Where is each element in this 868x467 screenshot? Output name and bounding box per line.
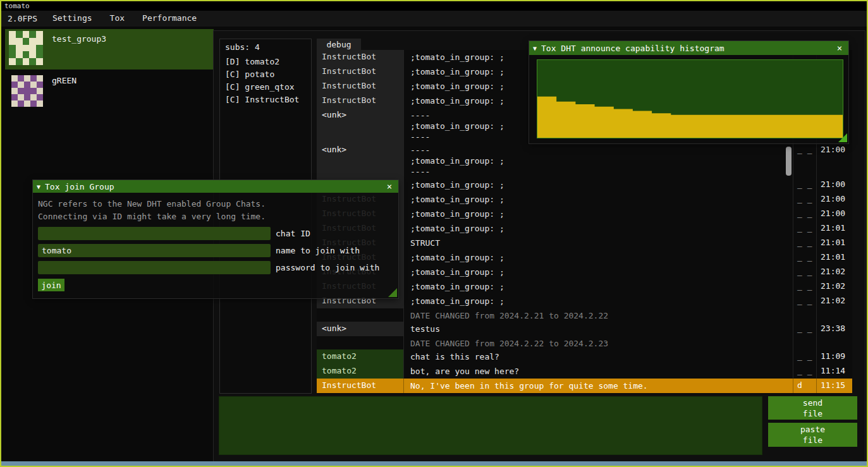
chat-sender: <unk> — [317, 108, 403, 143]
group-avatar — [10, 75, 44, 107]
chat-id-label: chat ID — [276, 229, 310, 238]
chat-flags: d — [793, 379, 816, 393]
chat-time — [816, 308, 852, 322]
bottom-edge-strip — [1, 461, 867, 466]
menu-item-tox[interactable]: Tox — [101, 11, 133, 27]
chat-sender: InstructBot — [317, 94, 403, 108]
subs-item[interactable]: [D] tomato2 — [225, 56, 306, 68]
chat-sender — [317, 308, 403, 322]
date-separator-row: DATE CHANGED from 2024.2.21 to 2024.2.22 — [317, 308, 852, 322]
scrollbar-gap — [785, 221, 793, 236]
chat-row[interactable]: tomato2bot, are you new here?_ _11:14 — [317, 364, 852, 379]
chat-time: 21:00 — [816, 207, 852, 221]
scrollbar-gap — [785, 308, 793, 322]
join-window-titlebar[interactable]: ▼ Tox join Group × — [33, 180, 398, 193]
group-item-gREEN[interactable]: gREEN — [5, 71, 214, 111]
chat-row[interactable]: <unk>testus_ _23:38 — [317, 322, 852, 336]
join-hint-line1: NGC refers to the New DHT enabled Group … — [38, 198, 393, 210]
menu-item-performance[interactable]: Performance — [133, 11, 205, 27]
fps-counter: 2.0FPS — [1, 14, 44, 23]
chat-message: ;tomato_in_group: ; — [403, 250, 785, 265]
join-name-row: name to join with — [38, 244, 393, 257]
tab-debug[interactable]: debug — [317, 39, 361, 51]
paste-file-button[interactable]: paste file — [768, 423, 857, 447]
chat-scrollbar-thumb[interactable] — [786, 147, 792, 176]
chat-message: ;tomato_in_group: ; — [403, 279, 785, 294]
chat-message: ;tomato_in_group: ; — [403, 265, 785, 279]
chat-flags: _ _ — [793, 250, 816, 265]
chat-message: ;tomato_in_group: ; — [403, 207, 785, 221]
chat-flags: _ _ — [793, 364, 816, 379]
join-password-label: password to join with — [276, 263, 379, 272]
send-file-button[interactable]: send file — [768, 396, 857, 420]
histogram-window-title: Tox DHT announce capability histogram — [541, 44, 834, 53]
chat-message: No, I've been in this group for quite so… — [403, 379, 785, 393]
chat-message: ;tomato_in_group: ; — [403, 221, 785, 236]
group-item-test_group3[interactable]: test_group3 — [5, 29, 214, 70]
chat-message: DATE CHANGED from 2024.2.22 to 2024.2.23 — [403, 336, 785, 349]
dht-histogram-window: ▼ Tox DHT announce capability histogram … — [529, 41, 848, 143]
scrollbar-gap — [785, 294, 793, 308]
chat-time: 21:00 — [816, 192, 852, 207]
chat-id-input[interactable] — [38, 227, 271, 240]
chat-message: ---- ;tomato_in_group: ; ---- — [403, 143, 785, 178]
join-group-window: ▼ Tox join Group × NGC refers to the New… — [33, 180, 398, 298]
chat-flags: _ _ — [793, 236, 816, 250]
chat-flags: _ _ — [793, 178, 816, 192]
chat-row[interactable]: tomato2chat is this real?_ _11:09 — [317, 349, 852, 364]
resize-grip[interactable] — [838, 133, 847, 142]
chat-message: testus — [403, 322, 785, 336]
message-input[interactable] — [219, 396, 762, 455]
scrollbar-gap — [785, 336, 793, 349]
chat-row[interactable]: <unk>---- ;tomato_in_group: ; ----_ _21:… — [317, 143, 852, 178]
chat-time: 23:38 — [816, 322, 852, 336]
join-name-label: name to join with — [276, 246, 360, 255]
scrollbar-gap — [785, 192, 793, 207]
join-name-input[interactable] — [38, 244, 271, 257]
chat-flags — [793, 308, 816, 322]
chat-message: STRUCT — [403, 236, 785, 250]
chat-flags: _ _ — [793, 192, 816, 207]
scrollbar-gap — [785, 322, 793, 336]
histogram-area — [537, 97, 843, 138]
date-separator-row: DATE CHANGED from 2024.2.22 to 2024.2.23 — [317, 336, 852, 349]
histogram-plot — [537, 59, 843, 138]
menu-item-settings[interactable]: Settings — [44, 11, 101, 27]
histogram-window-titlebar[interactable]: ▼ Tox DHT announce capability histogram … — [529, 41, 848, 55]
chat-flags: _ _ — [793, 279, 816, 294]
scrollbar-gap — [785, 349, 793, 364]
chat-sender — [317, 336, 403, 349]
chat-time: 21:02 — [816, 279, 852, 294]
resize-grip[interactable] — [388, 288, 397, 297]
scrollbar-gap — [785, 207, 793, 221]
chat-sender: tomato2 — [317, 364, 403, 379]
app-window: tomato 2.0FPS SettingsToxPerformance tes… — [0, 0, 868, 467]
chat-message: DATE CHANGED from 2024.2.21 to 2024.2.22 — [403, 308, 785, 322]
scrollbar-gap — [785, 236, 793, 250]
join-window-body: NGC refers to the New DHT enabled Group … — [33, 193, 398, 296]
chat-id-row: chat ID — [38, 227, 393, 240]
chat-time: 11:15 — [816, 379, 852, 393]
chat-time: 21:00 — [816, 178, 852, 192]
scrollbar-gap — [785, 265, 793, 279]
subs-item[interactable]: [C] potato — [225, 68, 306, 81]
group-name-label: test_group3 — [52, 34, 106, 44]
chat-row[interactable]: InstructBotNo, I've been in this group f… — [317, 379, 852, 393]
join-window-title: Tox join Group — [45, 182, 384, 191]
collapse-arrow-icon[interactable]: ▼ — [533, 45, 537, 52]
close-icon[interactable]: × — [384, 181, 394, 191]
join-password-input[interactable] — [38, 261, 271, 274]
chat-time — [816, 336, 852, 349]
chat-time: 21:01 — [816, 250, 852, 265]
scrollbar-gap — [785, 250, 793, 265]
join-hint-line2: Connecting via ID might take a very long… — [38, 210, 393, 223]
close-icon[interactable]: × — [834, 43, 845, 53]
group-avatar — [8, 31, 44, 65]
chat-time: 21:01 — [816, 221, 852, 236]
subs-item[interactable]: [C] InstructBot — [225, 94, 306, 106]
chat-sender: <unk> — [317, 322, 403, 336]
collapse-arrow-icon[interactable]: ▼ — [37, 183, 40, 190]
chat-message: bot, are you new here? — [403, 364, 785, 379]
subs-item[interactable]: [C] green_qtox — [225, 81, 306, 94]
join-button[interactable]: join — [38, 279, 64, 291]
